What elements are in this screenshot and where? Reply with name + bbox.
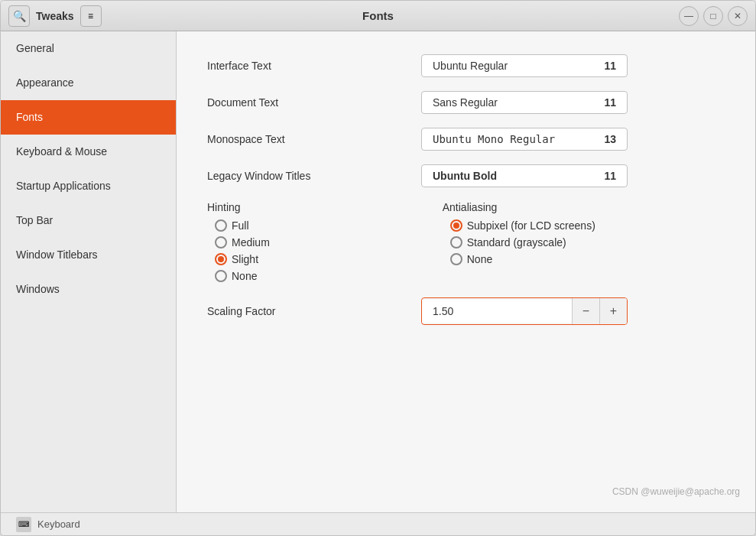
main-window: 🔍 Tweaks ≡ Fonts — □ ✕ General	[0, 0, 756, 536]
scaling-plus-button[interactable]: +	[599, 298, 627, 324]
interface-text-font: Ubuntu Regular	[433, 60, 508, 72]
antialiasing-none[interactable]: None	[450, 253, 725, 265]
hinting-slight-radio[interactable]	[215, 253, 227, 265]
hinting-none-radio[interactable]	[215, 270, 227, 282]
watermark: CSDN @wuweijie@apache.org	[612, 486, 740, 497]
interface-text-label: Interface Text	[207, 60, 421, 72]
antialiasing-standard[interactable]: Standard (grayscale)	[450, 236, 725, 249]
interface-text-row: Interface Text Ubuntu Regular 11	[207, 54, 725, 77]
antialiasing-radio-group: Subpixel (for LCD screens) Standard (gra…	[443, 219, 725, 265]
page-title: Fonts	[362, 9, 394, 22]
hinting-label: Hinting	[207, 201, 443, 213]
sidebar-item-label: General	[16, 42, 54, 54]
monospace-text-size: 13	[604, 133, 616, 145]
sidebar-item-startup-applications[interactable]: Startup Applications	[1, 169, 176, 203]
sidebar-item-label: Keyboard & Mouse	[16, 145, 107, 158]
legacy-window-titles-font: Ubuntu Bold	[433, 170, 497, 182]
hinting-antialiasing-row: Hinting Full Medium Slight	[207, 201, 725, 282]
scaling-factor-control: 1.50 − +	[421, 297, 628, 325]
hinting-full-label: Full	[232, 219, 249, 232]
hinting-medium-label: Medium	[232, 236, 270, 249]
hinting-medium[interactable]: Medium	[215, 236, 443, 249]
sidebar-item-label: Appearance	[16, 76, 74, 89]
document-text-size: 11	[604, 96, 616, 109]
hinting-section: Hinting Full Medium Slight	[207, 201, 443, 282]
hinting-slight-label: Slight	[232, 253, 258, 265]
scaling-factor-label: Scaling Factor	[207, 305, 421, 317]
antialiasing-label: Antialiasing	[443, 201, 725, 213]
document-text-label: Document Text	[207, 96, 421, 109]
hinting-slight[interactable]: Slight	[215, 253, 443, 265]
antialiasing-section: Antialiasing Subpixel (for LCD screens) …	[443, 201, 725, 282]
hinting-full-radio[interactable]	[215, 219, 227, 232]
antialiasing-none-label: None	[467, 253, 492, 265]
sidebar-item-fonts[interactable]: Fonts	[1, 100, 176, 135]
sidebar-item-general[interactable]: General	[1, 31, 176, 66]
menu-icon: ≡	[88, 11, 93, 21]
search-button[interactable]: 🔍	[8, 5, 30, 27]
monospace-text-label: Monospace Text	[207, 133, 421, 145]
sidebar: General Appearance Fonts Keyboard & Mous…	[1, 31, 177, 512]
hinting-full[interactable]: Full	[215, 219, 443, 232]
legacy-window-titles-size: 11	[604, 170, 616, 182]
legacy-window-titles-button[interactable]: Ubuntu Bold 11	[421, 164, 628, 187]
sidebar-item-top-bar[interactable]: Top Bar	[1, 203, 176, 238]
titlebar-left: 🔍 Tweaks ≡	[8, 5, 102, 27]
hinting-none[interactable]: None	[215, 270, 443, 282]
maximize-button[interactable]: □	[703, 6, 723, 26]
antialiasing-standard-radio[interactable]	[450, 236, 462, 249]
sidebar-item-label: Window Titlebars	[16, 249, 98, 261]
interface-text-button[interactable]: Ubuntu Regular 11	[421, 54, 628, 77]
sidebar-item-label: Startup Applications	[16, 180, 111, 192]
menu-button[interactable]: ≡	[80, 5, 102, 27]
search-icon: 🔍	[13, 10, 26, 22]
sidebar-item-label: Top Bar	[16, 214, 53, 226]
document-text-button[interactable]: Sans Regular 11	[421, 91, 628, 114]
window-controls: — □ ✕	[679, 6, 748, 26]
monospace-text-button[interactable]: Ubuntu Mono Regular 13	[421, 128, 628, 151]
sidebar-item-windows[interactable]: Windows	[1, 272, 176, 307]
hinting-none-label: None	[232, 270, 257, 282]
sidebar-item-appearance[interactable]: Appearance	[1, 66, 176, 100]
sidebar-item-label: Fonts	[16, 111, 43, 123]
sidebar-item-label: Windows	[16, 283, 60, 295]
hinting-medium-radio[interactable]	[215, 236, 227, 249]
close-icon: ✕	[734, 11, 741, 21]
legacy-window-titles-row: Legacy Window Titles Ubuntu Bold 11	[207, 164, 725, 187]
sidebar-item-keyboard-mouse[interactable]: Keyboard & Mouse	[1, 135, 176, 169]
minimize-button[interactable]: —	[679, 6, 699, 26]
hinting-radio-group: Full Medium Slight None	[207, 219, 443, 282]
maximize-icon: □	[710, 11, 715, 21]
scaling-factor-value: 1.50	[422, 300, 572, 323]
document-text-font: Sans Regular	[433, 96, 498, 109]
scaling-minus-button[interactable]: −	[572, 298, 599, 324]
titlebar: 🔍 Tweaks ≡ Fonts — □ ✕	[1, 1, 755, 31]
antialiasing-subpixel[interactable]: Subpixel (for LCD screens)	[450, 219, 725, 232]
content-area: General Appearance Fonts Keyboard & Mous…	[1, 31, 755, 512]
close-button[interactable]: ✕	[728, 6, 748, 26]
document-text-row: Document Text Sans Regular 11	[207, 91, 725, 114]
antialiasing-subpixel-label: Subpixel (for LCD screens)	[467, 219, 595, 232]
scaling-factor-row: Scaling Factor 1.50 − +	[207, 297, 725, 325]
monospace-text-font: Ubuntu Mono Regular	[433, 133, 555, 145]
antialiasing-none-radio[interactable]	[450, 253, 462, 265]
legacy-window-titles-label: Legacy Window Titles	[207, 170, 421, 182]
antialiasing-subpixel-radio[interactable]	[450, 219, 462, 232]
bottom-text: Keyboard	[37, 518, 80, 530]
antialiasing-standard-label: Standard (grayscale)	[467, 236, 566, 249]
interface-text-size: 11	[604, 60, 616, 72]
main-content: Interface Text Ubuntu Regular 11 Documen…	[177, 31, 755, 512]
minimize-icon: —	[684, 11, 693, 21]
sidebar-item-window-titlebars[interactable]: Window Titlebars	[1, 238, 176, 272]
keyboard-icon: ⌨	[16, 517, 31, 532]
app-title: Tweaks	[36, 10, 74, 22]
monospace-text-row: Monospace Text Ubuntu Mono Regular 13	[207, 128, 725, 151]
bottom-bar: ⌨ Keyboard	[1, 512, 755, 535]
